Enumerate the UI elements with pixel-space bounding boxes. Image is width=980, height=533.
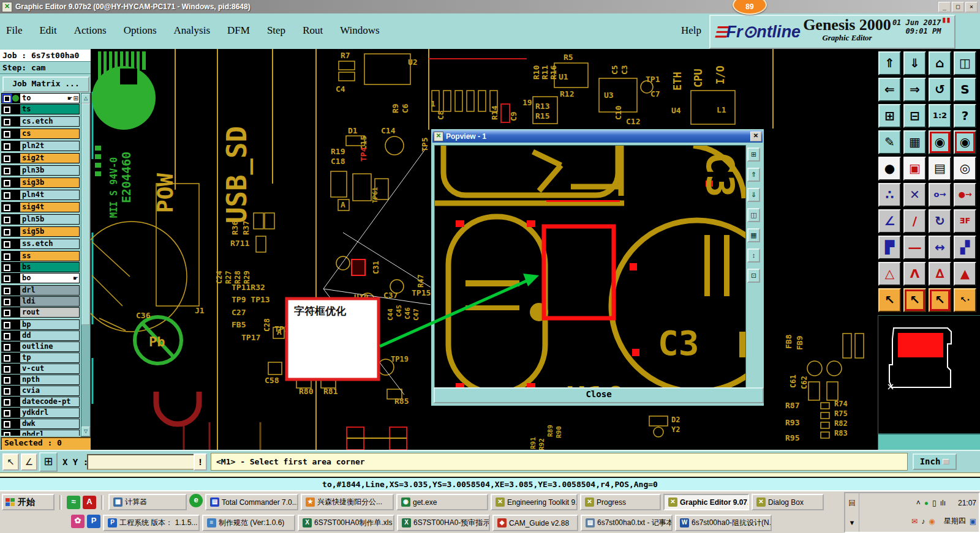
layer-row-datecode-pt[interactable]: datecode-pt bbox=[1, 397, 80, 407]
layer-checkbox[interactable] bbox=[2, 419, 12, 428]
menu-dfm[interactable]: DFM bbox=[227, 24, 250, 37]
layer-row-outline[interactable]: outline bbox=[1, 341, 80, 352]
layer-checkbox[interactable] bbox=[2, 286, 12, 295]
copy-pad-icon[interactable]: ▛ bbox=[878, 236, 901, 259]
taskbar-button[interactable]: X6S7ST00HA0-预审指示.... bbox=[397, 515, 490, 531]
taskbar-button[interactable]: ▤6s7st00ha0.txt - 记事本 bbox=[581, 515, 673, 531]
layer-name[interactable]: rout bbox=[20, 308, 79, 317]
layer-row-pln4t[interactable]: pln4t bbox=[1, 190, 80, 200]
help-icon[interactable]: ? bbox=[954, 104, 976, 128]
layer-checkbox[interactable] bbox=[2, 386, 12, 395]
popview-vscale-icon[interactable]: ↕ bbox=[747, 248, 760, 263]
select-net-icon[interactable]: ↖· bbox=[954, 288, 976, 312]
volume-icon[interactable]: ♪ bbox=[921, 517, 925, 526]
antivirus-icon[interactable]: ● bbox=[924, 499, 929, 507]
menu-edit[interactable]: Edit bbox=[39, 24, 56, 37]
minimize-button[interactable]: _ bbox=[938, 2, 951, 12]
layer-row-bo[interactable]: bo☛ bbox=[1, 273, 80, 283]
pan-left-icon[interactable]: ⇐ bbox=[878, 78, 901, 102]
layer-row-sig5b[interactable]: sig5b bbox=[1, 226, 80, 237]
menu-step[interactable]: Step bbox=[267, 24, 285, 37]
layer-row-ss[interactable]: ss bbox=[1, 251, 80, 261]
window-xy-icon[interactable]: ◫ bbox=[954, 51, 976, 75]
taskbar-button[interactable]: ★兴森快捷衡阳分公... bbox=[301, 494, 394, 510]
taskbar-button[interactable]: W6s7st00ha0-阻抗设计(N... bbox=[675, 515, 772, 531]
menu-rout[interactable]: Rout bbox=[303, 24, 323, 37]
pan-right-icon[interactable]: ⇒ bbox=[903, 78, 926, 102]
layer-checkbox[interactable] bbox=[2, 320, 12, 329]
layer-name[interactable]: cs.etch bbox=[20, 117, 79, 126]
menu-actions[interactable]: Actions bbox=[74, 24, 107, 37]
popview-title-bar[interactable]: ✕ Popview - 1 ✕ bbox=[432, 130, 763, 143]
taskbar-button[interactable]: ◉get.exe bbox=[396, 494, 488, 510]
layer-name[interactable]: ss.etch bbox=[20, 239, 79, 248]
alert-button[interactable]: ! bbox=[194, 453, 207, 471]
network-icon[interactable]: ılı bbox=[940, 499, 946, 507]
layer-checkbox[interactable] bbox=[2, 141, 12, 151]
taskbar-button[interactable]: ✕Dialog Box bbox=[752, 494, 824, 510]
layer-name[interactable]: cvia bbox=[20, 386, 79, 395]
layer-row-rout[interactable]: rout bbox=[1, 307, 80, 318]
layer-name[interactable]: pln2t bbox=[20, 141, 79, 151]
layer-row-npth[interactable]: npth bbox=[1, 375, 80, 385]
popview-window[interactable]: ✕ Popview - 1 ✕ bbox=[431, 129, 764, 406]
serpentine-icon[interactable]: S bbox=[954, 78, 976, 102]
scroll-up-button[interactable]: △ bbox=[81, 94, 90, 103]
grid-icon[interactable]: ▦ bbox=[903, 130, 926, 154]
layer-name[interactable]: bo bbox=[20, 274, 73, 283]
taskbar-button[interactable]: ≡制作规范 (Ver:1.0.6) bbox=[202, 515, 295, 531]
layer-name[interactable]: dwk bbox=[20, 419, 79, 428]
layer-row-v-cut[interactable]: v-cut bbox=[1, 363, 80, 374]
trapezoid-wide-icon[interactable]: ▲ bbox=[954, 262, 976, 286]
previous-view-icon[interactable]: ↺ bbox=[929, 78, 951, 102]
menu-help[interactable]: Help bbox=[681, 24, 701, 37]
mirror-icon[interactable]: ƎF bbox=[954, 209, 976, 233]
layer-name[interactable]: drl bbox=[20, 286, 79, 295]
arc-direction-icon[interactable]: ↻ bbox=[929, 209, 951, 233]
quick-launch-green-icon[interactable]: ≈ bbox=[67, 496, 80, 509]
menu-windows[interactable]: Windows bbox=[340, 24, 379, 37]
ruler-icon[interactable]: ▤ bbox=[929, 157, 951, 181]
net-chain-icon[interactable]: ∴ bbox=[878, 183, 901, 207]
quick-launch-pdf-icon[interactable]: A bbox=[83, 496, 96, 509]
menu-options[interactable]: Options bbox=[124, 24, 157, 37]
setup-tools-icon[interactable]: ✎ bbox=[878, 130, 901, 154]
xy-input[interactable] bbox=[87, 454, 195, 470]
layer-checkbox[interactable] bbox=[2, 129, 12, 138]
menu-analysis[interactable]: Analysis bbox=[174, 24, 211, 37]
layer-checkbox[interactable] bbox=[2, 215, 12, 224]
close-button[interactable]: ✕ bbox=[965, 2, 978, 12]
measure-edge-icon[interactable]: ●→ bbox=[954, 183, 976, 207]
layer-name[interactable]: ss bbox=[20, 252, 79, 261]
angle-measure-icon[interactable]: ∠ bbox=[878, 209, 901, 233]
delete-icon[interactable]: ✕ bbox=[903, 183, 926, 207]
popview-window-icon[interactable]: ◫ bbox=[747, 208, 760, 222]
job-matrix-button[interactable]: Job Matrix ... bbox=[2, 76, 89, 92]
clipboard-icon[interactable]: ▯ bbox=[932, 499, 937, 507]
layer-name[interactable]: dd bbox=[20, 331, 79, 340]
highlight-net-b-icon[interactable]: ◉ bbox=[954, 130, 976, 154]
layer-checkbox[interactable] bbox=[2, 117, 12, 126]
layer-name[interactable]: sig2t bbox=[20, 154, 79, 163]
popview-copy-icon[interactable]: ⊞ bbox=[747, 147, 760, 162]
browser-icon[interactable]: ◉ bbox=[929, 517, 935, 526]
taskbar-button[interactable]: P工程系统 版本： 1.1.5... bbox=[103, 515, 200, 531]
popview-pan-up-icon[interactable]: ⇑ bbox=[747, 168, 760, 182]
layer-row-bs[interactable]: bs bbox=[1, 262, 80, 272]
scroll-down-button[interactable]: ▽ bbox=[81, 427, 90, 436]
dimension-icon[interactable]: ↔ bbox=[929, 236, 951, 259]
layer-row-drl[interactable]: drl bbox=[1, 285, 80, 296]
layer-checkbox[interactable] bbox=[2, 274, 12, 283]
display-icon[interactable]: ▣ bbox=[970, 517, 976, 526]
popview-canvas[interactable]: C3 C3 U10 bbox=[434, 145, 746, 390]
zoom-out-margin-icon[interactable]: ⊞ bbox=[878, 104, 901, 128]
angle-mode-button[interactable]: ∠ bbox=[21, 453, 37, 471]
select-poly-icon[interactable]: ↖ bbox=[929, 288, 951, 312]
zoom-select-icon[interactable]: ● bbox=[878, 157, 901, 181]
layer-checkbox[interactable] bbox=[2, 331, 12, 340]
layer-name[interactable]: bs bbox=[20, 263, 79, 272]
pad-snap-icon[interactable]: ◎ bbox=[954, 157, 976, 181]
taskbar-button[interactable]: ✕Engineering Toolkit 9.... bbox=[491, 494, 578, 510]
layer-checkbox[interactable] bbox=[2, 166, 12, 175]
taskbar-button[interactable]: ◆CAM_Guide v2.88 bbox=[492, 515, 578, 531]
